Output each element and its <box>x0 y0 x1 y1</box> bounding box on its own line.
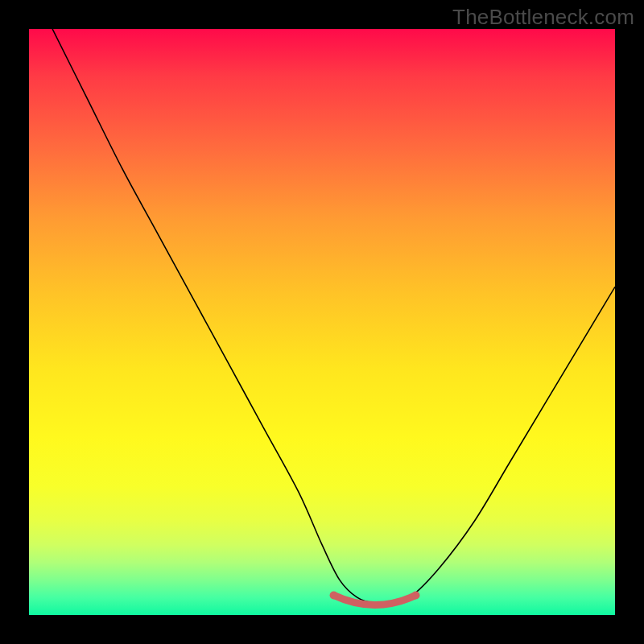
optimal-range-end-dot <box>411 591 419 599</box>
optimal-range-start-dot <box>330 591 338 599</box>
watermark-text: TheBottleneck.com <box>452 5 634 30</box>
plot-area <box>29 29 615 615</box>
bottleneck-chart: TheBottleneck.com <box>0 0 644 644</box>
bottleneck-curve-line <box>52 29 615 604</box>
optimal-range-band <box>334 595 416 605</box>
curve-svg <box>29 29 615 615</box>
